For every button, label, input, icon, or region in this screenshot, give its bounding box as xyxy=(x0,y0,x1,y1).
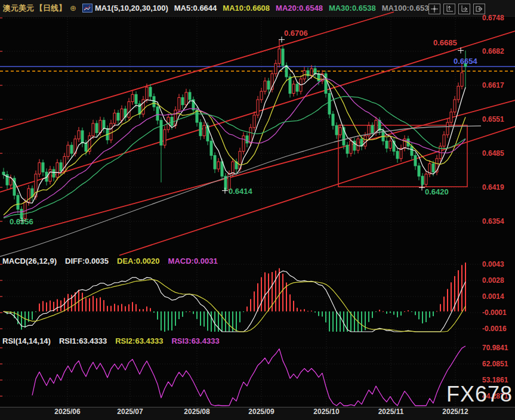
rsi-line xyxy=(32,346,465,406)
macd-lines xyxy=(4,271,465,332)
grid-lines xyxy=(0,17,481,407)
left-axis-ticks xyxy=(0,18,2,396)
chart-plot-area[interactable] xyxy=(0,0,515,420)
reference-lines xyxy=(0,66,515,71)
trading-chart-window: 澳元美元 【日线】 ⊕ MA1(5,10,20,30,100) MA5:0.66… xyxy=(0,0,515,420)
